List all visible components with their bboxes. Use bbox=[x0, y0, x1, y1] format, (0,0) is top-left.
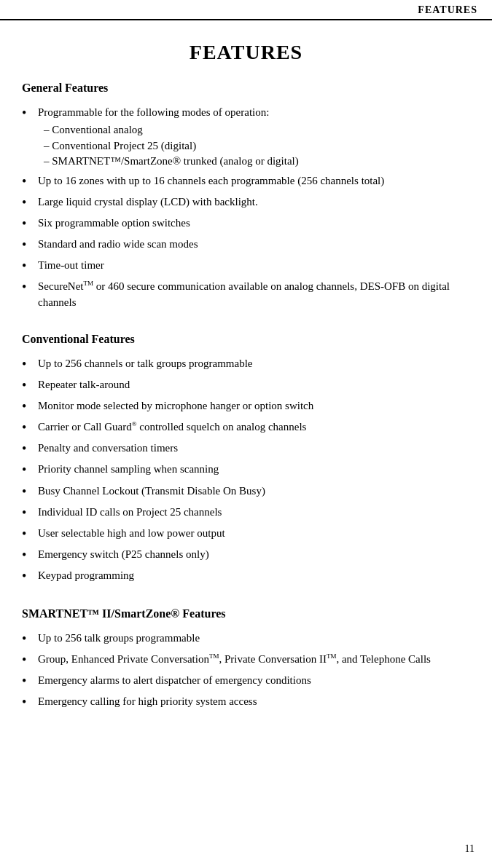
page-number: 11 bbox=[465, 843, 475, 855]
list-item: • Up to 256 talk groups programmable bbox=[22, 631, 470, 648]
list-item-content: Up to 16 zones with up to 16 channels ea… bbox=[38, 173, 470, 189]
page-title: FEATURES bbox=[0, 41, 492, 64]
bullet-icon: • bbox=[22, 235, 34, 254]
bullet-icon: • bbox=[22, 172, 34, 191]
list-item-content: Standard and radio wide scan modes bbox=[38, 237, 470, 253]
sub-item: – Conventional analog bbox=[44, 122, 470, 138]
bullet-icon: • bbox=[22, 567, 34, 585]
list-item-content: Keypad programming bbox=[38, 568, 470, 584]
list-item: • Up to 256 channels or talk groups prog… bbox=[22, 356, 470, 374]
bullet-icon: • bbox=[22, 503, 34, 522]
list-item-content: Up to 256 channels or talk groups progra… bbox=[38, 356, 470, 372]
list-item-content: Time-out timer bbox=[38, 258, 470, 274]
general-features-list: • Programmable for the following modes o… bbox=[22, 105, 470, 311]
conventional-features-section: Conventional Features • Up to 256 channe… bbox=[22, 333, 470, 585]
list-item-content: Priority channel sampling when scanning bbox=[38, 462, 470, 478]
bullet-icon: • bbox=[22, 193, 34, 212]
list-item: • Emergency switch (P25 channels only) bbox=[22, 547, 470, 564]
smartnet-features-heading: SMARTNET™ II/SmartZone® Features bbox=[22, 607, 470, 620]
list-item: • Carrier or Call Guard® controlled sque… bbox=[22, 419, 470, 437]
list-item-content: Busy Channel Lockout (Transmit Disable O… bbox=[38, 484, 470, 500]
list-item: • Large liquid crystal display (LCD) wit… bbox=[22, 194, 470, 212]
list-item: • Keypad programming bbox=[22, 568, 470, 585]
list-item: • Repeater talk-around bbox=[22, 377, 470, 395]
bullet-icon: • bbox=[22, 376, 34, 395]
list-item-content: Emergency switch (P25 channels only) bbox=[38, 547, 470, 563]
list-item: • Programmable for the following modes o… bbox=[22, 105, 470, 170]
list-item: • Emergency calling for high priority sy… bbox=[22, 694, 470, 711]
list-item-content: Carrier or Call Guard® controlled squelc… bbox=[38, 419, 470, 435]
header-title: FEATURES bbox=[418, 4, 477, 16]
list-item-content: Individual ID calls on Project 25 channe… bbox=[38, 505, 470, 521]
list-item-content: Up to 256 talk groups programmable bbox=[38, 631, 470, 647]
list-item-content: Emergency alarms to alert dispatcher of … bbox=[38, 673, 470, 689]
smartnet-features-section: SMARTNET™ II/SmartZone® Features • Up to… bbox=[22, 607, 470, 711]
main-content: General Features • Programmable for the … bbox=[0, 82, 492, 754]
top-bar: FEATURES bbox=[0, 0, 492, 20]
bullet-icon: • bbox=[22, 256, 34, 275]
list-item: • Up to 16 zones with up to 16 channels … bbox=[22, 173, 470, 191]
sub-item: – Conventional Project 25 (digital) bbox=[44, 138, 470, 154]
list-item: • Busy Channel Lockout (Transmit Disable… bbox=[22, 484, 470, 501]
conventional-features-list: • Up to 256 channels or talk groups prog… bbox=[22, 356, 470, 585]
list-item-content: Penalty and conversation timers bbox=[38, 441, 470, 457]
list-item-content: Monitor mode selected by microphone hang… bbox=[38, 398, 470, 414]
bullet-icon: • bbox=[22, 629, 34, 648]
list-item: • Standard and radio wide scan modes bbox=[22, 237, 470, 254]
list-item-content: Large liquid crystal display (LCD) with … bbox=[38, 194, 470, 210]
sub-list: – Conventional analog – Conventional Pro… bbox=[44, 122, 470, 170]
list-item: • Priority channel sampling when scannin… bbox=[22, 462, 470, 479]
list-item-content: Repeater talk-around bbox=[38, 377, 470, 393]
list-item: • SecureNetTM or 460 secure communicatio… bbox=[22, 279, 470, 311]
bullet-icon: • bbox=[22, 355, 34, 374]
list-item: • Individual ID calls on Project 25 chan… bbox=[22, 505, 470, 522]
list-item: • Time-out timer bbox=[22, 258, 470, 275]
list-item: • Six programmable option switches bbox=[22, 216, 470, 233]
list-item: • Emergency alarms to alert dispatcher o… bbox=[22, 673, 470, 690]
list-item-content: SecureNetTM or 460 secure communication … bbox=[38, 279, 470, 311]
smartnet-features-list: • Up to 256 talk groups programmable • G… bbox=[22, 631, 470, 711]
bullet-icon: • bbox=[22, 103, 34, 122]
conventional-features-heading: Conventional Features bbox=[22, 333, 470, 346]
bullet-icon: • bbox=[22, 524, 34, 543]
general-features-heading: General Features bbox=[22, 82, 470, 95]
bullet-icon: • bbox=[22, 277, 34, 296]
bullet-icon: • bbox=[22, 693, 34, 711]
bullet-icon: • bbox=[22, 397, 34, 416]
list-item-content: Programmable for the following modes of … bbox=[38, 105, 470, 170]
list-item: • User selectable high and low power out… bbox=[22, 526, 470, 543]
bullet-icon: • bbox=[22, 650, 34, 669]
bullet-icon: • bbox=[22, 439, 34, 458]
sub-item: – SMARTNET™/SmartZone® trunked (analog o… bbox=[44, 154, 470, 170]
bullet-icon: • bbox=[22, 671, 34, 690]
bullet-icon: • bbox=[22, 214, 34, 233]
bullet-icon: • bbox=[22, 460, 34, 479]
general-features-section: General Features • Programmable for the … bbox=[22, 82, 470, 311]
list-item: • Group, Enhanced Private ConversationTM… bbox=[22, 652, 470, 669]
list-item-content: Six programmable option switches bbox=[38, 216, 470, 232]
bullet-icon: • bbox=[22, 545, 34, 564]
list-item: • Penalty and conversation timers bbox=[22, 441, 470, 458]
list-item-content: Emergency calling for high priority syst… bbox=[38, 694, 470, 710]
bullet-icon: • bbox=[22, 418, 34, 437]
bullet-icon: • bbox=[22, 482, 34, 501]
list-item-content: User selectable high and low power outpu… bbox=[38, 526, 470, 542]
list-item: • Monitor mode selected by microphone ha… bbox=[22, 398, 470, 416]
list-item-content: Group, Enhanced Private ConversationTM, … bbox=[38, 652, 470, 668]
